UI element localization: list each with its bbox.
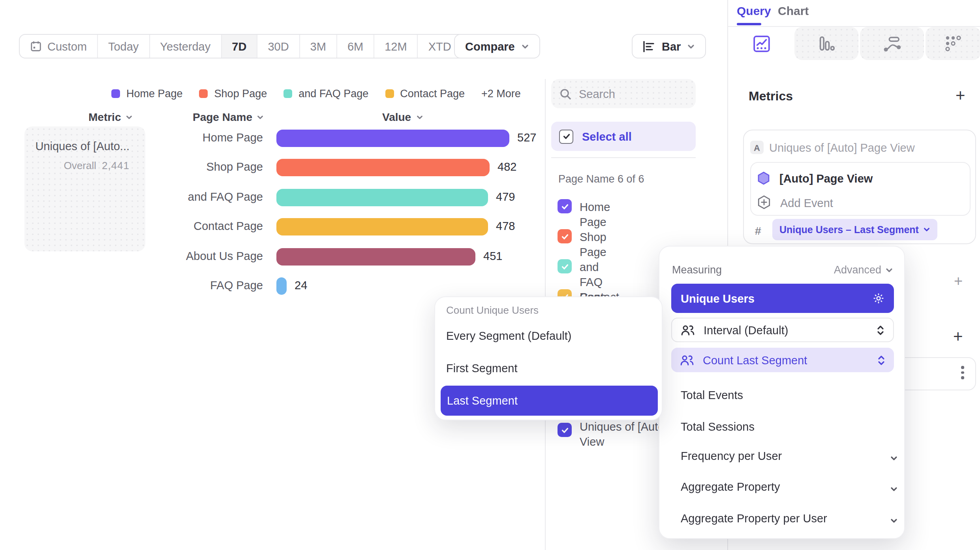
chevron-down-icon — [257, 113, 264, 121]
filter-item-home-page[interactable]: Home Page — [558, 199, 610, 230]
filter-divider — [551, 157, 696, 158]
filter-item-shop-page[interactable]: Shop Page — [558, 229, 606, 260]
hexagon-event-icon — [757, 171, 770, 186]
unique-users-label: Unique Users — [681, 292, 755, 305]
option-interval-default[interactable]: Interval (Default) — [671, 318, 894, 342]
date-range-custom[interactable]: Custom — [20, 35, 98, 58]
legend-item-contact-page[interactable]: Contact Page — [385, 88, 465, 100]
date-range-7d[interactable]: 7D — [222, 35, 257, 58]
bar-value: 24 — [295, 279, 307, 292]
select-all-checkbox[interactable] — [559, 129, 573, 143]
segment-option-last-segment[interactable]: Last Segment — [441, 386, 658, 416]
legend-more[interactable]: +2 More — [481, 88, 521, 100]
metric-header-label: Metric — [88, 111, 121, 123]
filter-checkbox[interactable] — [558, 229, 572, 243]
kebab-menu-icon[interactable] — [961, 366, 964, 379]
filter-checkbox[interactable] — [558, 259, 572, 273]
date-range-3m[interactable]: 3M — [300, 35, 337, 58]
date-range-yesterday[interactable]: Yesterday — [150, 35, 222, 58]
compare-label: Compare — [465, 40, 515, 53]
gear-icon[interactable] — [873, 292, 884, 304]
segment-option-first-segment[interactable]: First Segment — [446, 362, 518, 375]
tab-funnels[interactable] — [794, 27, 858, 60]
date-range-30d[interactable]: 30D — [257, 35, 300, 58]
bar-and-faq-page[interactable] — [276, 188, 488, 206]
column-header-metric[interactable]: Metric — [88, 111, 133, 123]
measuring-option-total-sessions[interactable]: Total Sessions — [681, 420, 755, 433]
bar-shop-page[interactable] — [276, 159, 490, 176]
bar-value: 451 — [483, 249, 502, 262]
tab-chart[interactable]: Chart — [778, 4, 809, 17]
legend-swatch — [385, 89, 394, 98]
date-range-label: XTD — [428, 40, 451, 53]
legend-item-and-faq-page[interactable]: and FAQ Page — [283, 88, 368, 100]
measure-hash-symbol: # — [755, 224, 761, 237]
column-header-value[interactable]: Value — [382, 111, 423, 123]
tab-query[interactable]: Query — [737, 4, 771, 17]
metric-filter-checkbox[interactable] — [558, 423, 572, 437]
measuring-option-total-events[interactable]: Total Events — [681, 389, 743, 401]
tab-retention[interactable] — [926, 27, 980, 60]
legend-swatch — [283, 89, 292, 98]
metric-summary-card[interactable]: Uniques of [Auto... Overall2,441 — [24, 126, 145, 251]
legend-item-home-page[interactable]: Home Page — [111, 88, 183, 100]
active-tab-underline — [737, 23, 761, 25]
chevron-down-icon — [890, 514, 898, 527]
metric-query-title: Uniques of [Auto] Page View — [769, 141, 915, 154]
compare-button[interactable]: Compare — [454, 34, 540, 58]
segment-option-every-segment-default[interactable]: Every Segment (Default) — [446, 330, 572, 342]
legend-label: Shop Page — [214, 88, 267, 100]
date-range-today[interactable]: Today — [98, 35, 150, 58]
row-label: About Us Page — [118, 249, 263, 262]
measuring-option-aggregate-property[interactable]: Aggregate Property — [681, 480, 780, 493]
measuring-option-aggregate-property-per-user[interactable]: Aggregate Property per User — [681, 512, 827, 525]
legend-label: Home Page — [126, 88, 183, 100]
date-range-label: Yesterday — [160, 40, 210, 53]
search-icon — [559, 87, 572, 100]
analytics-dashboard: CustomTodayYesterday7D30D3M6M12MXTD Comp… — [0, 0, 980, 550]
option-unique-users[interactable]: Unique Users — [671, 284, 894, 313]
add-event-label: Add Event — [780, 196, 833, 209]
date-range-label: 6M — [347, 40, 363, 53]
bar-about-us-page[interactable] — [276, 248, 475, 265]
measure-pill-button[interactable]: Unique Users – Last Segment — [772, 219, 938, 240]
legend-label: Contact Page — [400, 88, 465, 100]
event-name: [Auto] Page View — [779, 172, 873, 185]
row-label: and FAQ Page — [118, 190, 263, 203]
add-filter-button[interactable]: + — [954, 273, 963, 290]
date-range-12m[interactable]: 12M — [374, 35, 418, 58]
option-count-last-segment[interactable]: Count Last Segment — [671, 348, 894, 372]
segment-search — [551, 79, 696, 108]
hexagon-plus-icon — [757, 195, 771, 210]
bar-faq-page[interactable] — [276, 277, 287, 295]
interval-label: Interval (Default) — [704, 324, 788, 336]
filter-checkbox[interactable] — [558, 199, 572, 213]
column-header-page-name[interactable]: Page Name — [193, 111, 264, 123]
bar-home-page[interactable] — [276, 129, 509, 147]
advanced-toggle[interactable]: Advanced — [834, 264, 893, 276]
chart-type-label: Bar — [662, 40, 681, 53]
select-all-row[interactable]: Select all — [551, 122, 696, 151]
filter-label: Home Page — [580, 199, 610, 230]
count-last-segment-label: Count Last Segment — [703, 354, 807, 366]
funnels-icon — [817, 34, 835, 53]
bar-value: 478 — [496, 220, 515, 232]
add-breakdown-button[interactable]: + — [953, 327, 963, 346]
add-event-button[interactable]: Add Event — [757, 195, 833, 210]
measuring-option-frequency-per-user[interactable]: Frequency per User — [681, 450, 782, 462]
event-row[interactable]: [Auto] Page View — [757, 171, 873, 186]
legend-label: and FAQ Page — [299, 88, 368, 100]
chevron-down-icon — [521, 42, 529, 50]
metric-title: Uniques of [Auto... — [32, 139, 130, 153]
bar-contact-page[interactable] — [276, 218, 488, 235]
search-input[interactable] — [579, 87, 681, 100]
tab-flows[interactable] — [860, 27, 924, 60]
add-metric-button[interactable]: + — [956, 86, 965, 105]
chevron-down-icon — [687, 42, 695, 50]
legend-item-shop-page[interactable]: Shop Page — [199, 88, 267, 100]
chevron-down-icon — [890, 452, 898, 465]
chart-type-select[interactable]: Bar — [632, 34, 706, 58]
date-range-6m[interactable]: 6M — [337, 35, 374, 58]
row-label: FAQ Page — [118, 279, 263, 292]
tab-insights[interactable] — [729, 27, 794, 60]
